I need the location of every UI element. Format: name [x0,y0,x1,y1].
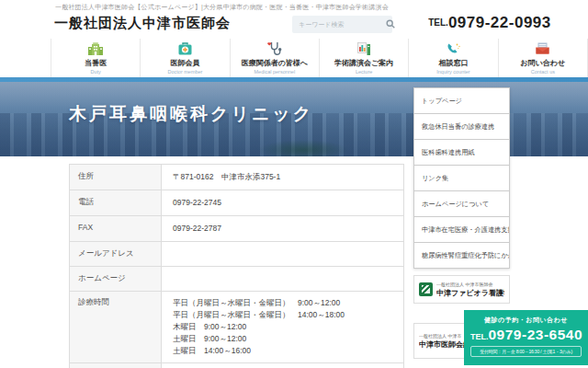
hospital-icon [87,40,104,57]
nav-sub: Lecture [356,69,372,75]
row-value: 平日（月曜日～水曜日・金曜日） 9:00～12:00 平日（月曜日～水曜日・金曜… [162,292,404,362]
first-aid-kit-icon [177,40,193,57]
banner-name: 中津市医師会総 [419,339,470,350]
tel-number: 0979-22-0993 [448,14,551,31]
nursing-school-logo-icon [419,282,433,296]
table-row-fax: FAX 0979-22-2787 [70,216,404,242]
sidebar-item-about-homepage[interactable]: ホームページについて [414,191,509,217]
nav-item-medical-personnel[interactable]: 医療関係者の皆様へ Medical personnel [230,39,319,77]
nav-sub: Contact us [531,69,555,75]
banner-org: 一般社団法人 中津市医師会 [436,282,504,287]
table-row-phone: 電話 0979-22-2745 [70,190,404,216]
nav-item-contact[interactable]: お問い合わせ Contact us [498,39,588,77]
nav-item-doctor-member[interactable]: 医師会員 Doctor member [140,39,229,77]
nav-label: 当番医 [85,58,107,68]
nav-label: 相談窓口 [438,58,468,68]
sidebar-item-diabetes-prevention[interactable]: 糖尿病性腎症重症化予防にかか [414,243,509,269]
sidebar-item-dental-form[interactable]: 医科歯科連携用紙 [414,140,509,166]
nursing-school-banner[interactable]: 一般社団法人 中津市医師会 中津ファビオラ看護学校 [413,275,510,304]
row-label: ホームページ [70,267,162,291]
nav-label: 医療関係者の皆様へ [242,58,308,68]
contact-heading: 健診の予約・お問い合わせ [470,316,582,325]
nav-label: お問い合わせ [520,58,565,68]
row-value: 0979-22-2787 [162,216,404,241]
table-row-email: メールアドレス [70,242,404,267]
main-nav: 当番医 Duty 医師会員 Doctor member 医療関係者の皆様へ Me… [51,39,588,77]
nav-label: 学術講演会ご案内 [334,58,393,68]
mail-icon [535,40,550,57]
nav-item-lecture[interactable]: 学術講演会ご案内 Lecture [319,39,408,77]
table-row-closed: 休診日 日曜日・祝日 [70,363,404,368]
search-input[interactable] [292,21,386,28]
row-label: 休診日 [70,363,162,368]
row-value: 0979-22-2745 [162,190,404,215]
contact-tel: TEL.0979-23-6540 [470,327,582,343]
sidebar-item-emergency-duty[interactable]: 救急休日当番の診療連携 [414,114,509,140]
meta-tagline: 一般社団法人中津市医師会【公式ホームページ】|大分県中津市の病院・医院・当番医・… [55,3,389,12]
row-value-closed-days: 日曜日・祝日 [162,363,404,368]
page: 一般社団法人中津市医師会【公式ホームページ】|大分県中津市の病院・医院・当番医・… [0,0,588,368]
site-title[interactable]: 一般社団法人中津市医師会 [54,15,231,32]
nav-sub: Duty [91,69,101,75]
table-row-hours: 診療時間 平日（月曜日～水曜日・金曜日） 9:00～12:00 平日（月曜日～水… [70,292,404,363]
sidebar-item-home-care-support[interactable]: 中津市在宅医療・介護連携支援 [414,217,509,243]
nav-item-consultation[interactable]: 相談窓口 Inquiry counter [408,39,497,77]
phone-icon [446,40,461,57]
page-title: 木戸耳鼻咽喉科クリニック [69,102,313,126]
nav-sub: Inquiry counter [436,69,469,75]
banner-name: 中津ファビオラ看護学校 [436,288,504,298]
nav-label: 医師会員 [170,58,199,68]
table-row-address: 住所 〒871-0162 中津市永添375-1 [70,165,404,190]
contact-tel-number: 0979-23-6540 [489,327,583,342]
row-label: 住所 [70,165,162,190]
sidebar-item-links[interactable]: リンク集 [414,166,509,191]
search-icon [386,17,395,31]
clinic-info-table: 住所 〒871-0162 中津市永添375-1 電話 0979-22-2745 … [69,164,404,368]
banner-org: 一般社団法人 中津市 [419,333,470,339]
search-box [292,16,392,33]
contact-tel-label: TEL. [470,332,489,341]
row-label: 診療時間 [70,292,162,362]
row-label: メールアドレス [70,242,162,266]
row-value: 〒871-0162 中津市永添375-1 [162,165,404,190]
nav-item-duty-doctor[interactable]: 当番医 Duty [51,39,140,77]
checkup-contact-box[interactable]: 健診の予約・お問い合わせ TEL.0979-23-6540 受付時間：月～金 8… [464,310,588,365]
table-row-website: ホームページ [70,267,404,292]
stethoscope-icon [266,40,282,57]
tel-label: TEL. [428,17,448,28]
nav-sub: Doctor member [168,69,203,75]
row-label: FAX [70,216,162,241]
header-tel: TEL.0979-22-0993 [407,14,572,32]
row-value [162,267,404,291]
sidebar-item-top-page[interactable]: トップページ [414,88,509,114]
search-button[interactable] [386,16,395,33]
lecture-icon [356,40,372,57]
contact-hours: 受付時間：月～金 8:00～16:30 / 土(第1・3のみ) [470,346,582,357]
sidebar-menu: トップページ 救急休日当番の診療連携 医科歯科連携用紙 リンク集 ホームページに… [413,87,510,269]
row-value [162,242,404,266]
row-label: 電話 [70,190,162,215]
nav-sub: Medical personnel [254,69,296,75]
